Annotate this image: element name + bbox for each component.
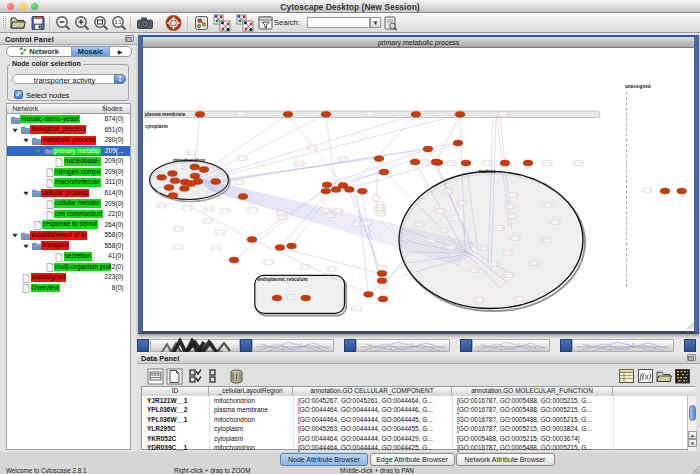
svg-text:(·····): (·····) [543, 238, 550, 242]
svg-text:(·····): (·····) [339, 157, 346, 161]
svg-text:(·····): (·····) [295, 162, 302, 166]
svg-text:(·····): (·····) [470, 268, 477, 272]
svg-text:(·····): (·····) [440, 228, 447, 232]
svg-text:(·····): (·····) [183, 206, 190, 210]
svg-text:(·····): (·····) [543, 161, 550, 165]
svg-text:(·····): (·····) [158, 204, 165, 208]
svg-text:(·····): (·····) [204, 219, 211, 223]
svg-text:(·····): (·····) [378, 266, 385, 270]
svg-text:(·····): (·····) [508, 214, 515, 218]
svg-text:(·····): (·····) [447, 245, 454, 249]
svg-text:(·····): (·····) [216, 231, 223, 235]
svg-text:(·····): (·····) [444, 189, 451, 193]
svg-text:(·····): (·····) [322, 209, 329, 213]
svg-text:(·····): (·····) [530, 261, 537, 265]
svg-text:(·····): (·····) [235, 180, 242, 184]
svg-text:(·····): (·····) [363, 221, 370, 225]
svg-text:(·····): (·····) [495, 226, 502, 230]
svg-text:(·····): (·····) [353, 307, 360, 311]
svg-text:(·····): (·····) [205, 207, 212, 211]
svg-text:(·····): (·····) [509, 193, 516, 197]
svg-text:(·····): (·····) [278, 215, 285, 219]
svg-text:(·····): (·····) [499, 113, 506, 117]
svg-text:(·····): (·····) [483, 161, 490, 165]
svg-text:endoplasmic reticulum: endoplasmic reticulum [258, 277, 308, 282]
svg-text:(·····): (·····) [366, 113, 373, 117]
svg-text:(·····): (·····) [447, 161, 454, 165]
svg-text:(·····): (·····) [212, 246, 219, 250]
svg-text:(·····): (·····) [490, 262, 497, 266]
svg-text:plasma membrane: plasma membrane [145, 112, 186, 117]
svg-text:(·····): (·····) [265, 260, 272, 264]
svg-text:1:1: 1:1 [115, 19, 122, 25]
svg-text:unassigned: unassigned [625, 84, 651, 89]
svg-text:(·····): (·····) [352, 222, 359, 226]
svg-text:(·····): (·····) [198, 192, 205, 196]
svg-text:(·····): (·····) [221, 209, 228, 213]
svg-text:(·····): (·····) [415, 222, 422, 226]
svg-text:(·····): (·····) [249, 208, 256, 212]
svg-text:(·····): (·····) [544, 203, 551, 207]
svg-text:(·····): (·····) [551, 220, 558, 224]
svg-text:(·····): (·····) [377, 212, 384, 216]
svg-text:(·····): (·····) [503, 251, 510, 255]
svg-text:(·····): (·····) [458, 201, 465, 205]
svg-text:(·····): (·····) [505, 273, 512, 277]
svg-text:(·····): (·····) [238, 156, 245, 160]
svg-text:(·····): (·····) [451, 216, 458, 220]
svg-text:(·····): (·····) [237, 113, 244, 117]
svg-text:(·····): (·····) [427, 238, 434, 242]
svg-text:(·····): (·····) [287, 295, 294, 299]
svg-text:(·····): (·····) [436, 209, 443, 213]
svg-text:(·····): (·····) [328, 267, 335, 271]
svg-text:(·····): (·····) [515, 297, 522, 301]
svg-text:cytoplasm: cytoplasm [145, 124, 168, 129]
svg-text:(·····): (·····) [511, 236, 518, 240]
svg-text:(·····): (·····) [379, 284, 386, 288]
svg-text:(·····): (·····) [187, 151, 194, 155]
svg-text:(·····): (·····) [174, 245, 181, 249]
svg-text:(·····): (·····) [175, 165, 182, 169]
svg-text:mitochondrion: mitochondrion [173, 158, 205, 163]
svg-text:(·····): (·····) [334, 209, 341, 213]
svg-text:(·····): (·····) [475, 298, 482, 302]
svg-text:(·····): (·····) [301, 265, 308, 269]
svg-text:(·····): (·····) [506, 204, 513, 208]
svg-text:(·····): (·····) [308, 146, 315, 150]
svg-text:(·····): (·····) [643, 188, 650, 192]
svg-text:f(x): f(x) [640, 371, 652, 381]
svg-text:(·····): (·····) [174, 227, 181, 231]
svg-text:nucleus: nucleus [479, 169, 497, 174]
svg-text:(·····): (·····) [480, 246, 487, 250]
svg-text:(·····): (·····) [421, 160, 428, 164]
svg-text:(·····): (·····) [574, 161, 581, 165]
svg-text:(·····): (·····) [326, 213, 333, 217]
